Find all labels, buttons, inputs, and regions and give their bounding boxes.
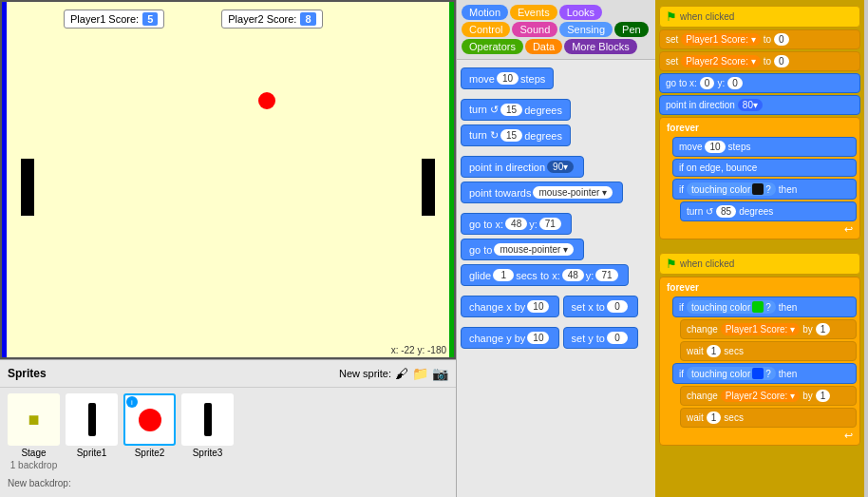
blocks-panel: Motion Events Looks Control Sound Sensin…	[456, 0, 655, 497]
new-sprite-label: New sprite:	[339, 368, 391, 379]
player1-score-input[interactable]: 0	[774, 33, 789, 46]
color-swatch-blue	[752, 368, 764, 379]
block-point-towards[interactable]: point towards mouse-pointer ▾	[461, 182, 623, 203]
sprites-list: ■ Stage 1 backdrop Sprite1 i	[0, 388, 456, 476]
sprite2-name: Sprite2	[135, 448, 165, 458]
touching-color-green[interactable]: touching color ?	[687, 300, 776, 314]
when-clicked-1[interactable]: ⚑ when clicked	[659, 6, 860, 28]
wait-1-secs-1[interactable]: wait 1 secs	[680, 341, 857, 361]
blocks-list: move 10 steps turn ↺ 15 degrees turn ↻ 1…	[457, 60, 655, 497]
forever-body-1: move 10 steps if on edge, bounce if touc…	[672, 137, 857, 221]
script-section-2: ⚑ when clicked forever if touching color…	[659, 253, 860, 446]
sprite2-thumbnail: i	[123, 393, 176, 446]
change-player2-score[interactable]: change Player2 Score: ▾ by 1	[680, 386, 857, 406]
new-backdrop-row: New backdrop:	[0, 476, 456, 490]
sprite2-info-badge: i	[126, 396, 138, 408]
set-player2-score[interactable]: set Player2 Score: ▾ to 0	[659, 51, 860, 71]
wait-1-secs-2[interactable]: wait 1 secs	[680, 408, 857, 428]
forever-block-1[interactable]: forever move 10 steps if on edge, bounce…	[659, 117, 860, 239]
sprite3-thumbnail	[181, 393, 234, 446]
point-direction-80[interactable]: point in direction 80▾	[659, 95, 860, 115]
sprite-item-3[interactable]: Sprite3	[181, 393, 234, 470]
player1-value: 5	[142, 12, 158, 26]
player2-score-input[interactable]: 0	[774, 55, 789, 67]
when-clicked-label-1: when clicked	[680, 11, 734, 22]
change-player1-score[interactable]: change Player1 Score: ▾ by 1	[680, 319, 857, 339]
sprite-item-2[interactable]: i Sprite2	[123, 393, 176, 470]
stage-sub: 1 backdrop	[10, 460, 57, 470]
block-change-x[interactable]: change x by 10	[461, 296, 559, 317]
cat-sensing[interactable]: Sensing	[559, 22, 613, 37]
sprite1-name: Sprite1	[77, 448, 107, 458]
if-touching-green[interactable]: if touching color ? then	[672, 296, 857, 317]
block-set-x[interactable]: set x to 0	[563, 296, 638, 317]
block-goto[interactable]: go to mouse-pointer ▾	[461, 239, 584, 260]
block-turn-left[interactable]: turn ↺ 15 degrees	[461, 99, 571, 121]
sprite3-name: Sprite3	[193, 448, 223, 458]
cat-data[interactable]: Data	[525, 39, 562, 54]
stage-name: Stage	[21, 448, 46, 458]
set-player1-score[interactable]: set Player1 Score: ▾ to 0	[659, 29, 860, 49]
upload-new-sprite-button[interactable]: 📁	[412, 366, 428, 381]
player2-score-dropdown[interactable]: Player2 Score: ▾	[681, 55, 760, 67]
block-change-y[interactable]: change y by 10	[461, 327, 559, 349]
touching-color-black[interactable]: touching color ?	[687, 182, 776, 196]
player1-score-dropdown[interactable]: Player1 Score: ▾	[681, 33, 760, 46]
sprites-label: Sprites	[8, 367, 47, 380]
forever-label-1: forever	[663, 121, 857, 135]
block-move[interactable]: move 10 steps	[461, 67, 554, 89]
if-touching-color-black[interactable]: if touching color ? then	[672, 179, 857, 200]
player2-label: Player2 Score:	[228, 13, 296, 25]
right-border	[449, 2, 454, 357]
cat-control[interactable]: Control	[462, 22, 510, 37]
if-touching-blue[interactable]: if touching color ? then	[672, 363, 857, 384]
block-set-y[interactable]: set y to 0	[563, 327, 638, 349]
new-sprite-area: New sprite: 🖌 📁 📷	[339, 366, 448, 381]
sprite-item-stage[interactable]: ■ Stage 1 backdrop	[8, 393, 60, 470]
player1-score-box: Player1 Score: 5	[64, 10, 164, 29]
block-point-direction[interactable]: point in direction 90▾	[461, 156, 584, 178]
sprite1-thumbnail	[66, 393, 118, 446]
new-backdrop-label: New backdrop:	[8, 478, 71, 488]
cat-events[interactable]: Events	[510, 5, 557, 20]
move-10-steps[interactable]: move 10 steps	[672, 137, 857, 157]
color-swatch-green	[752, 301, 764, 313]
scripts-area: ⚑ when clicked set Player1 Score: ▾ to 0…	[655, 0, 864, 497]
player2-score-box: Player2 Score: 8	[221, 10, 322, 29]
when-clicked-label-2: when clicked	[680, 258, 734, 269]
sprites-header: Sprites New sprite: 🖌 📁 📷	[0, 360, 456, 388]
block-turn-right[interactable]: turn ↻ 15 degrees	[461, 124, 571, 146]
forever-block-2[interactable]: forever if touching color ? then change …	[659, 277, 860, 446]
cat-more-blocks[interactable]: More Blocks	[564, 39, 637, 54]
goto-xy-zero[interactable]: go to x: 0 y: 0	[659, 73, 860, 93]
block-glide[interactable]: glide 1 secs to x: 48 y: 71	[461, 264, 629, 286]
forever-arrow-1: ↩	[663, 223, 857, 236]
camera-new-sprite-button[interactable]: 📷	[432, 366, 448, 381]
right-paddle	[422, 159, 435, 216]
categories-area: Motion Events Looks Control Sound Sensin…	[457, 0, 655, 60]
script-section-1: ⚑ when clicked set Player1 Score: ▾ to 0…	[659, 6, 860, 239]
stage-scores: Player1 Score: 5 Player2 Score: 8	[2, 10, 454, 29]
cat-looks[interactable]: Looks	[559, 5, 602, 20]
left-border	[2, 2, 7, 357]
flag-icon-2: ⚑	[666, 257, 677, 271]
sprites-panel: Sprites New sprite: 🖌 📁 📷 ■ Stage 1 back…	[0, 359, 456, 497]
forever-arrow-2: ↩	[663, 430, 857, 442]
color-swatch-black	[752, 183, 764, 195]
block-goto-xy[interactable]: go to x: 48 y: 71	[461, 213, 572, 235]
cat-pen[interactable]: Pen	[614, 22, 649, 37]
player2-value: 8	[300, 12, 315, 26]
paint-new-sprite-button[interactable]: 🖌	[395, 366, 408, 381]
cat-operators[interactable]: Operators	[462, 39, 523, 54]
turn-85-degrees[interactable]: turn ↺ 85 degrees	[680, 201, 857, 221]
sprite-item-1[interactable]: Sprite1	[66, 393, 118, 470]
if-on-edge-bounce[interactable]: if on edge, bounce	[672, 159, 857, 177]
ball-sprite	[258, 92, 275, 109]
forever-body-2: if touching color ? then change Player1 …	[672, 296, 857, 428]
cat-motion[interactable]: Motion	[462, 5, 508, 20]
change-player1-dropdown[interactable]: Player1 Score: ▾	[721, 323, 800, 335]
when-clicked-2[interactable]: ⚑ when clicked	[659, 253, 860, 275]
touching-color-blue[interactable]: touching color ?	[687, 367, 776, 380]
change-player2-dropdown[interactable]: Player2 Score: ▾	[721, 390, 800, 402]
cat-sound[interactable]: Sound	[512, 22, 557, 37]
